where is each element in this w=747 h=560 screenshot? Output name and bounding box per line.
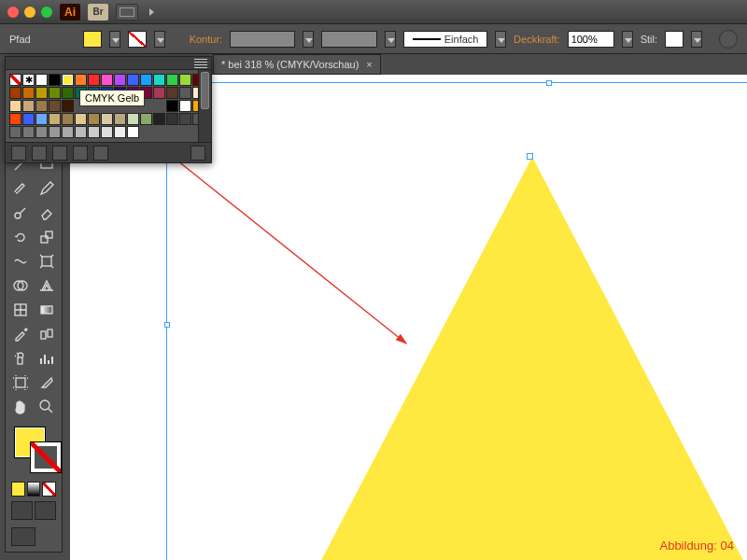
brush-style-dropdown-icon[interactable] (495, 31, 506, 48)
color-mode-solid[interactable] (11, 482, 25, 497)
swatch[interactable] (22, 74, 35, 86)
swatch[interactable] (75, 126, 87, 138)
swatch[interactable] (140, 74, 152, 86)
draw-normal-mode[interactable] (11, 501, 33, 520)
selection-handle[interactable] (546, 80, 552, 86)
swatch[interactable] (166, 74, 178, 86)
swatch[interactable] (9, 113, 21, 125)
swatch[interactable] (62, 74, 74, 86)
panel-flyout-menu-icon[interactable] (194, 59, 207, 68)
arrange-docs-dropdown-icon[interactable] (149, 8, 154, 16)
fill-swatch[interactable] (83, 31, 102, 48)
swatch[interactable] (127, 126, 139, 138)
screen-mode-button[interactable] (11, 527, 35, 546)
minimize-window-button[interactable] (24, 7, 35, 18)
swatches-panel-header[interactable] (6, 57, 211, 70)
eyedropper-tool[interactable] (8, 323, 33, 345)
arrange-docs-button[interactable] (116, 4, 138, 21)
paintbrush-tool[interactable] (8, 177, 33, 200)
swatch[interactable] (140, 113, 152, 125)
swatch[interactable] (9, 126, 21, 138)
pencil-tool[interactable] (35, 177, 59, 200)
zoom-window-button[interactable] (41, 7, 52, 18)
scrollbar-thumb[interactable] (201, 72, 209, 109)
swatch-kind-menu-icon[interactable] (32, 146, 47, 161)
swatch[interactable] (62, 113, 74, 125)
stroke-indicator[interactable] (31, 442, 61, 472)
swatch[interactable] (49, 87, 61, 99)
symbol-sprayer-tool[interactable] (8, 347, 33, 370)
delete-swatch-icon[interactable] (190, 146, 205, 161)
swatch-options-icon[interactable] (52, 146, 67, 161)
swatch[interactable] (35, 100, 48, 112)
swatch[interactable] (9, 74, 21, 86)
swatch[interactable] (88, 126, 100, 138)
gradient-tool[interactable] (35, 299, 59, 321)
new-swatch-icon[interactable] (93, 146, 108, 161)
stroke-swatch[interactable] (128, 31, 147, 48)
triangle-shape[interactable] (317, 157, 747, 560)
swatch[interactable] (127, 113, 139, 125)
perspective-grid-tool[interactable] (35, 274, 59, 297)
blend-tool[interactable] (35, 323, 59, 345)
stroke-weight-input[interactable] (230, 31, 295, 48)
fill-dropdown-icon[interactable] (109, 31, 120, 48)
swatch[interactable] (49, 100, 61, 112)
swatch[interactable] (62, 100, 74, 112)
swatch[interactable] (114, 126, 126, 138)
swatch[interactable] (101, 74, 113, 86)
blob-brush-tool[interactable] (8, 202, 33, 224)
stroke-dropdown-icon[interactable] (154, 31, 165, 48)
swatch[interactable] (49, 126, 61, 138)
close-tab-icon[interactable]: × (366, 59, 372, 70)
close-window-button[interactable] (7, 7, 19, 18)
swatch[interactable] (22, 126, 35, 138)
shape-builder-tool[interactable] (8, 274, 33, 297)
swatch[interactable] (49, 74, 61, 86)
swatch[interactable] (179, 113, 191, 125)
width-tool[interactable] (8, 250, 33, 273)
swatch[interactable] (153, 113, 165, 125)
draw-behind-mode[interactable] (35, 501, 56, 520)
swatch[interactable] (114, 113, 126, 125)
stroke-weight-dropdown-icon[interactable] (303, 31, 314, 48)
free-transform-tool[interactable] (35, 250, 59, 273)
swatch-libraries-icon[interactable] (11, 146, 26, 161)
graphic-style-dropdown-icon[interactable] (691, 31, 702, 48)
opacity-input[interactable]: 100% (568, 31, 614, 48)
document-tab[interactable]: * bei 318 % (CMYK/Vorschau) × (213, 54, 381, 75)
opacity-dropdown-icon[interactable] (622, 31, 633, 48)
eraser-tool[interactable] (35, 202, 59, 224)
color-mode-none[interactable] (42, 482, 56, 497)
swatch[interactable] (22, 113, 35, 125)
swatch[interactable] (88, 74, 100, 86)
swatch[interactable] (75, 74, 87, 86)
swatch[interactable] (35, 87, 48, 99)
swatch[interactable] (153, 87, 165, 99)
swatch[interactable] (101, 126, 113, 138)
zoom-tool[interactable] (35, 396, 59, 418)
swatch[interactable] (179, 74, 191, 86)
scale-tool[interactable] (35, 226, 59, 248)
swatch[interactable] (62, 126, 74, 138)
rotate-tool[interactable] (8, 226, 33, 248)
stroke-profile-dropdown-icon[interactable] (385, 31, 396, 48)
color-mode-gradient[interactable] (27, 482, 41, 497)
bridge-button[interactable]: Br (88, 4, 108, 21)
stroke-profile-input[interactable] (321, 31, 377, 48)
swatches-scrollbar[interactable] (198, 70, 211, 142)
anchor-point-handle[interactable] (527, 153, 533, 160)
column-graph-tool[interactable] (35, 347, 59, 370)
swatch[interactable] (166, 87, 178, 99)
brush-style-select[interactable]: Einfach (403, 31, 487, 48)
swatch[interactable] (35, 126, 48, 138)
swatch[interactable] (9, 87, 21, 99)
selection-handle[interactable] (164, 322, 170, 328)
swatch[interactable] (22, 87, 35, 99)
swatch[interactable] (114, 74, 126, 86)
swatch[interactable] (22, 100, 35, 112)
fill-stroke-indicator[interactable] (8, 424, 59, 478)
swatch[interactable] (153, 74, 165, 86)
swatch[interactable] (62, 87, 74, 99)
graphic-style-swatch[interactable] (665, 31, 684, 48)
